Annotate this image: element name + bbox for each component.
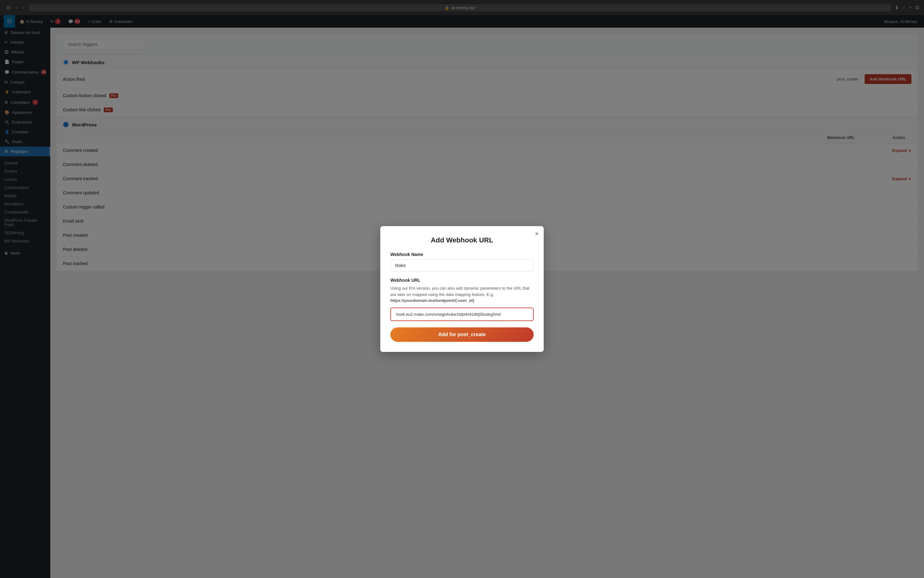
webhook-name-label: Webhook Name <box>390 252 534 257</box>
webhook-url-example: https://yourdomain.test/endpoint/{:user_… <box>390 298 474 303</box>
webhook-help-text: Using our Pro version, you can also add … <box>390 285 534 304</box>
modal-close-btn[interactable]: × <box>535 231 539 237</box>
webhook-name-input[interactable] <box>390 260 534 271</box>
webhook-url-label: Webhook URL <box>390 278 534 283</box>
webhook-url-input[interactable] <box>392 309 532 320</box>
modal-title: Add Webhook URL <box>390 236 534 244</box>
submit-webhook-btn[interactable]: Add for post_create <box>390 327 534 342</box>
add-webhook-modal: × Add Webhook URL Webhook Name Webhook U… <box>380 226 544 352</box>
webhook-url-field-group: Webhook URL Using our Pro version, you c… <box>390 278 534 321</box>
webhook-name-field-group: Webhook Name <box>390 252 534 278</box>
modal-overlay[interactable]: × Add Webhook URL Webhook Name Webhook U… <box>0 0 924 578</box>
webhook-url-input-wrap <box>390 308 534 321</box>
